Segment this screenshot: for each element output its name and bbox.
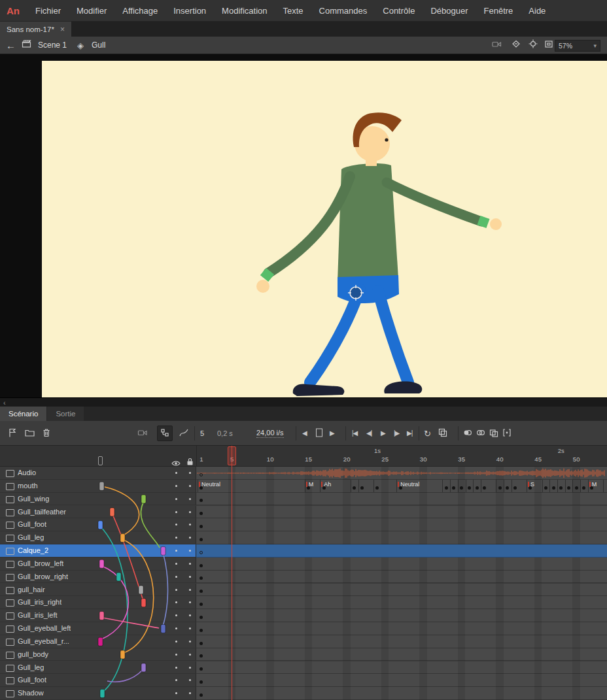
layer-lock-dot[interactable] [189, 485, 191, 487]
graph-editor-toggle[interactable] [179, 428, 188, 439]
keyframe[interactable] [468, 486, 471, 490]
layer-name[interactable]: Audio [18, 469, 36, 476]
layer-name[interactable]: mouth [18, 482, 38, 490]
layer-name[interactable]: Gull_eyeball_r... [18, 637, 69, 645]
layer-visibility-dot[interactable] [175, 485, 177, 487]
layer-visibility-dot[interactable] [175, 511, 177, 513]
layer-lock-dot[interactable] [189, 601, 191, 603]
layer-name[interactable]: Gull_foot [18, 520, 46, 528]
keyframe[interactable] [199, 603, 203, 606]
add-camera-button[interactable] [137, 428, 148, 438]
layer-frames[interactable] [196, 571, 607, 584]
layer-row-gull-iris-right[interactable]: Gull_iris_right [0, 596, 607, 609]
keyframe[interactable] [360, 486, 364, 490]
delete-button[interactable] [42, 427, 51, 439]
layer-frames[interactable] [196, 661, 607, 675]
scene-breadcrumb[interactable]: Scene 1 [38, 41, 67, 50]
menu-item-modification[interactable]: Modification [214, 6, 275, 16]
layer-row-gull-leg[interactable]: Gull_leg [0, 531, 607, 544]
layer-row-gull-foot[interactable]: Gull_foot [0, 674, 607, 687]
keyframe[interactable] [544, 486, 547, 490]
layer-row-audio[interactable]: Audio [0, 467, 607, 480]
layer-visibility-dot[interactable] [175, 641, 177, 642]
timeline-ruler[interactable]: 1s2s 15101520253035404550 [0, 446, 607, 467]
keyframe[interactable] [199, 654, 203, 658]
layer-frames[interactable] [196, 635, 607, 648]
layer-name-cell[interactable]: Gull_iris_left [0, 609, 196, 622]
layer-row-gull-eyeball-left[interactable]: Gull_eyeball_left [0, 622, 607, 635]
layer-frames[interactable] [196, 531, 607, 544]
symbol-breadcrumb[interactable]: Gull [92, 41, 105, 50]
layer-name[interactable]: Gull_brow_right [18, 573, 68, 580]
layer-name[interactable]: Gull_leg [18, 533, 44, 541]
keyframe[interactable] [199, 499, 203, 502]
layer-parenting-toggle[interactable] [157, 425, 173, 441]
layer-visibility-dot[interactable] [175, 679, 177, 681]
layer-name-cell[interactable]: mouth [0, 480, 196, 493]
layer-frames[interactable] [196, 609, 607, 622]
layer-row-gull-foot[interactable]: Gull_foot [0, 518, 607, 531]
menu-item-insertion[interactable]: Insertion [165, 6, 214, 16]
layer-name[interactable]: Gull_iris_right [18, 598, 61, 606]
layer-name[interactable]: Gull_brow_left [18, 559, 63, 567]
scroll-left-icon[interactable]: ‹ [3, 398, 6, 407]
keyframe[interactable] [199, 680, 203, 684]
keyframe[interactable] [199, 590, 203, 593]
layer-row-gull-hair[interactable]: gull_hair [0, 584, 607, 597]
layer-lock-dot[interactable] [189, 654, 191, 656]
layer-row-gull-eyeball-r[interactable]: Gull_eyeball_r... [0, 635, 607, 648]
layer-row-calque-2[interactable]: Calque_2 [0, 544, 607, 558]
layer-name-cell[interactable]: Gull_iris_right [0, 596, 196, 609]
layer-lock-dot[interactable] [189, 563, 191, 565]
layer-name[interactable]: Gull_tailfeather [18, 508, 66, 516]
layer-visibility-dot[interactable] [175, 614, 177, 616]
clip-content-icon[interactable] [544, 39, 553, 51]
keyframe[interactable] [582, 486, 585, 490]
layer-name[interactable]: Calque_2 [18, 546, 48, 554]
keyframe[interactable] [460, 486, 463, 490]
layer-visibility-dot[interactable] [175, 667, 177, 669]
layer-visibility-dot[interactable] [175, 627, 177, 629]
prev-frame-button[interactable]: ◀| [366, 430, 372, 437]
layer-name-cell[interactable]: Gull_foot [0, 518, 196, 531]
layer-lock-dot[interactable] [189, 511, 191, 513]
layer-lock-dot[interactable] [189, 537, 191, 539]
edit-multiple-frames-button[interactable] [489, 428, 498, 439]
stage-scrollbar[interactable]: ‹ [0, 397, 607, 407]
layer-lock-dot[interactable] [189, 614, 191, 616]
layer-name-cell[interactable]: Gull_wing [0, 493, 196, 506]
layer-frames[interactable] [196, 674, 607, 687]
camera-icon[interactable] [492, 39, 502, 51]
character-artwork[interactable] [42, 61, 607, 397]
layer-lock-dot[interactable] [189, 472, 191, 474]
keyframe[interactable] [199, 667, 203, 671]
layer-name-cell[interactable]: Gull_leg [0, 661, 196, 675]
layer-frames[interactable] [196, 622, 607, 635]
layer-frames[interactable] [196, 558, 607, 571]
keyframe[interactable] [567, 486, 570, 490]
layer-name-cell[interactable]: Gull_eyeball_r... [0, 635, 196, 648]
tab-scenario[interactable]: Scénario [0, 407, 46, 421]
layer-row-gull-tailfeather[interactable]: Gull_tailfeather [0, 506, 607, 519]
layer-lock-dot[interactable] [189, 498, 191, 500]
keyframe[interactable] [199, 616, 203, 619]
layer-name-cell[interactable]: Shadow [0, 687, 196, 700]
layer-visibility-dot[interactable] [175, 601, 177, 603]
onion-outline-button[interactable] [476, 428, 485, 439]
keyframe[interactable] [199, 629, 203, 632]
layer-lock-dot[interactable] [189, 667, 191, 669]
layer-name-cell[interactable]: Gull_leg [0, 531, 196, 544]
layer-row-mouth[interactable]: mouthNeutralMAhNeutralSM [0, 480, 607, 493]
zoom-select[interactable]: 57% ▾ [555, 40, 600, 52]
layer-visibility-dot[interactable] [175, 654, 177, 656]
modify-markers-button[interactable] [502, 428, 512, 439]
stage-canvas[interactable] [42, 61, 607, 397]
layer-frames[interactable] [196, 584, 607, 597]
keyframe[interactable] [483, 486, 486, 490]
keyframe[interactable] [506, 486, 509, 490]
keyframe[interactable] [199, 525, 203, 528]
layer-lock-dot[interactable] [189, 550, 191, 552]
layer-lock-dot[interactable] [189, 589, 191, 591]
layer-frames[interactable] [196, 518, 607, 531]
layer-lock-dot[interactable] [189, 641, 191, 642]
